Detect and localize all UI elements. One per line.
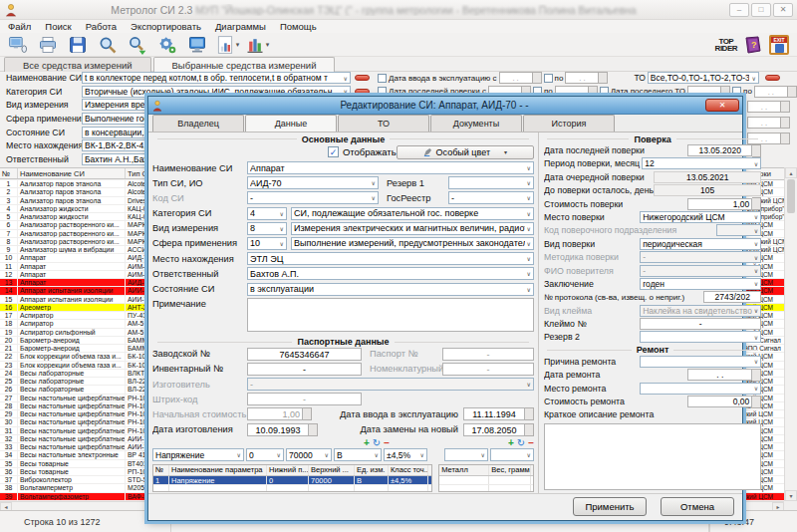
monitor-button[interactable] [183,34,211,56]
dropdown[interactable]: ∨ [640,356,761,368]
dropdown[interactable]: ∨ [640,383,761,395]
dropdown[interactable]: годен∨ [640,278,761,290]
calendar-button[interactable] [525,407,534,420]
type-dropdown[interactable]: АИД-70∨ [247,176,379,189]
close-button[interactable]: ✕ [773,3,793,17]
name-dropdown[interactable]: Аппарат∨ [247,161,534,174]
repair-description-textarea[interactable] [544,423,761,490]
date-field[interactable]: . . [499,72,542,84]
bar-chart-button[interactable]: ▾ [243,34,271,56]
remove-filter-button[interactable] [355,75,370,81]
spin-button[interactable] [752,396,761,408]
category-code-dropdown[interactable]: 4∨ [247,207,287,220]
text-input[interactable]: - [442,363,534,376]
calendar-button[interactable] [525,423,534,436]
table-row-right[interactable]: ский ЦСМ [743,493,784,501]
calendar-button[interactable] [533,72,542,84]
menu-item-3[interactable]: Экспортировать [131,21,201,32]
remove-filter-button[interactable] [355,89,370,95]
text-input[interactable]: - [247,363,362,376]
money-field[interactable]: 1,00 [247,407,312,420]
parameter-row[interactable]: 1Напряжение070000В±4,5% [153,476,431,486]
filter-dropdown[interactable]: t в коллекторе перед котлом,t в обр. теп… [82,72,351,84]
metal-dropdown-1[interactable]: ∨ [490,448,534,461]
minimize-button[interactable]: – [729,3,749,17]
calendar-button[interactable] [599,72,608,84]
metal-dropdown-0[interactable]: ∨ [444,448,488,461]
dropdown[interactable]: ∨ [716,224,761,236]
dialog-tab-3[interactable]: Документы [430,115,522,132]
maximize-button[interactable]: □ [751,3,771,17]
dropdown[interactable]: Нижегородский ЦСМ∨ [640,211,761,223]
remove-filter-button[interactable] [765,75,780,81]
parameter-dropdown-4[interactable]: ±4,5%∨ [384,448,427,461]
scope-dropdown[interactable]: Выполнение измерений, предусмотренных за… [291,237,534,250]
scroll-up-icon[interactable]: ▴ [785,167,797,178]
money-field[interactable]: 1,00 [687,197,761,210]
calendar-button[interactable] [781,101,790,113]
refresh-metal-icon[interactable]: ↻ [517,438,525,447]
print-button[interactable] [34,34,62,56]
dialog-tab-2[interactable]: ТО [338,115,429,132]
checkbox[interactable] [378,87,387,96]
text-input[interactable]: 7645346647 [247,348,362,361]
dialog-tab-1[interactable]: Данные [245,115,337,132]
parameter-dropdown-2[interactable]: 70000∨ [286,448,332,461]
menu-item-2[interactable]: Работа [86,21,117,32]
report-chart-button[interactable]: ▾ [213,34,241,56]
parameter-dropdown-3[interactable]: В∨ [334,448,382,461]
cancel-button[interactable]: Отмена [661,497,734,516]
workstation-button[interactable] [4,34,32,56]
dialog-close-button[interactable]: ✕ [705,99,739,112]
text-input[interactable]: 2743/202 [703,291,761,303]
checkbox[interactable] [732,87,741,96]
dropdown[interactable]: -∨ [640,265,761,277]
calendar-button[interactable] [752,369,761,382]
tab-selected-instruments[interactable]: Выбранные средства измерений [153,57,336,72]
text-input[interactable]: - [640,318,761,330]
state-dropdown[interactable]: в эксплуатации∨ [247,283,534,296]
settings-button[interactable] [153,34,181,56]
display-checkbox[interactable]: ✓ [328,146,339,157]
note-textarea[interactable] [247,298,534,332]
date-field[interactable]: 11.11.1994 [463,407,534,420]
category-dropdown[interactable]: СИ, подлежащие обязательной гос. поверке… [291,207,534,220]
reserve1-dropdown[interactable]: ∨ [448,176,534,189]
menu-item-4[interactable]: Диаграммы [215,21,266,32]
checkbox[interactable] [544,74,553,83]
dialog-tab-4[interactable]: История [523,115,615,132]
text-input[interactable]: - [247,393,362,405]
dropdown[interactable]: ∨ [640,331,761,343]
location-dropdown[interactable]: ЭТЛ ЭЦ∨ [247,252,534,265]
measure_kind-dropdown[interactable]: Измерения электрических и магнитных вели… [291,222,534,235]
manufacturer-dropdown[interactable]: -∨ [247,378,534,391]
calendar-button[interactable] [781,117,790,129]
delete-metal-icon[interactable]: − [528,438,534,447]
scrollbar-thumb[interactable] [787,179,795,213]
date-field[interactable]: 13.05.2020 [687,144,761,157]
dropdown[interactable]: периодическая∨ [640,238,761,250]
dropdown[interactable]: Наклейка на свидетельство∨ [640,305,761,317]
calendar-button[interactable] [309,423,318,436]
search-next-button[interactable] [124,34,151,56]
responsible-dropdown[interactable]: Бахтов А.П.∨ [247,267,534,280]
add-metal-icon[interactable]: + [508,438,514,447]
parameter-dropdown-1[interactable]: 0∨ [246,448,284,461]
calendar-button[interactable] [781,133,790,144]
vertical-scrollbar[interactable]: ▴ ▾ [784,167,797,501]
add-parameter-icon[interactable]: + [364,438,370,447]
dialog-tab-0[interactable]: Владелец [152,115,244,132]
calendar-button[interactable] [752,144,761,157]
column-header-num[interactable]: № [0,168,18,178]
dropdown[interactable]: -∨ [640,251,761,263]
spin-button[interactable] [752,197,761,210]
spin-button[interactable] [303,407,312,420]
date-field[interactable]: . . [687,369,761,382]
date-field[interactable]: . . [747,101,790,113]
delete-parameter-icon[interactable]: − [384,438,390,447]
gosreestr-dropdown[interactable]: -∨ [448,191,534,204]
refresh-parameter-icon[interactable]: ↻ [373,438,381,447]
scroll-down-icon[interactable]: ▾ [785,490,797,501]
to-filter-dropdown[interactable]: Все,ТО-0,ТО-1,ТО-2,ТО-3,ТО-4,ТО-5∨ [648,72,759,84]
date-field[interactable]: . . [565,72,608,84]
